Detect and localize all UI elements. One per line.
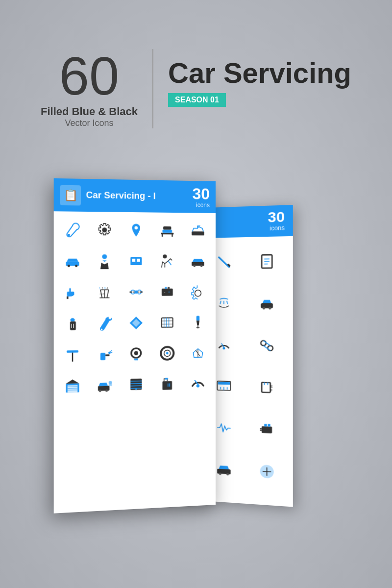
svg-point-119 <box>134 291 138 294</box>
icon-location <box>122 216 150 245</box>
svg-rect-128 <box>70 321 76 330</box>
icon-garage <box>58 371 87 401</box>
icon-diamond-shape <box>122 309 150 338</box>
svg-text:-: - <box>164 290 166 294</box>
svg-point-95 <box>102 254 107 259</box>
subtitle-filled: Filled Blue & Black <box>41 105 138 118</box>
svg-point-84 <box>102 228 107 233</box>
icon-fuel-indicator-back: EF <box>247 368 288 408</box>
icon-car-wash-back <box>247 284 288 323</box>
svg-point-150 <box>134 351 138 355</box>
icon-tire-brush <box>122 339 150 368</box>
icon-engine-back <box>247 410 288 450</box>
svg-line-21 <box>227 301 228 304</box>
icon-spark-plug <box>184 308 212 336</box>
book-front-count: 30 icons <box>192 186 210 209</box>
svg-rect-138 <box>196 316 199 320</box>
svg-rect-161 <box>68 385 77 392</box>
svg-point-100 <box>163 254 167 258</box>
subtitle-vector: Vector Icons <box>65 118 113 128</box>
svg-point-23 <box>263 307 265 310</box>
icon-mechanic-working <box>153 247 181 275</box>
svg-point-83 <box>68 234 70 236</box>
icon-engine-parts <box>184 278 212 306</box>
books-container: Car Servicing - II 30 icons <box>59 181 333 534</box>
svg-point-39 <box>268 345 273 350</box>
book-front-title-wrap: Car Servicing - I <box>86 190 188 202</box>
header-section: 60 Filled Blue & Black Vector Icons Car … <box>0 49 392 128</box>
icon-tire2 <box>153 339 181 368</box>
svg-line-173 <box>130 384 142 384</box>
book-back-count: 30 icons <box>268 210 285 232</box>
svg-point-24 <box>269 307 271 310</box>
icon-spray-gun <box>90 340 119 368</box>
svg-point-104 <box>200 265 202 267</box>
svg-point-85 <box>134 226 138 230</box>
svg-line-153 <box>137 358 138 360</box>
header-right: Car Servicing SEASON 01 <box>153 49 351 107</box>
svg-rect-86 <box>161 233 173 234</box>
icon-gear-front <box>90 216 119 245</box>
book-front-number: 30 <box>192 186 210 202</box>
icon-wrench <box>58 216 87 245</box>
svg-text:2 4 R: 2 4 R <box>100 293 105 295</box>
svg-line-174 <box>130 386 142 387</box>
svg-point-38 <box>261 341 267 345</box>
svg-rect-97 <box>132 259 136 262</box>
svg-rect-87 <box>162 230 172 233</box>
book-icon: 📋 <box>60 185 81 205</box>
svg-line-162 <box>68 387 77 387</box>
icon-roller-door <box>122 370 150 399</box>
icon-squeegee <box>58 340 87 369</box>
season-badge: SEASON 01 <box>168 93 226 107</box>
icon-engine-box <box>122 247 150 275</box>
icon-spanner <box>90 309 119 338</box>
svg-text:F: F <box>270 389 272 392</box>
book-front: 📋 Car Servicing - I 30 icons <box>54 178 216 514</box>
icon-oil-bottle <box>58 309 87 338</box>
svg-point-127 <box>195 290 201 296</box>
svg-rect-132 <box>162 318 173 327</box>
svg-line-19 <box>220 301 221 304</box>
icon-mechanic <box>90 247 119 275</box>
svg-rect-177 <box>162 381 172 390</box>
svg-rect-144 <box>100 353 105 360</box>
main-title: Car Servicing <box>168 59 351 87</box>
svg-line-164 <box>68 390 77 391</box>
icon-car-small <box>58 247 87 276</box>
svg-line-109 <box>107 290 109 297</box>
icon-radiator <box>153 308 181 337</box>
icon-speedometer <box>184 368 212 397</box>
svg-rect-88 <box>163 226 171 230</box>
icon-car-wash-foam <box>90 371 119 400</box>
svg-text:3: 3 <box>104 287 106 290</box>
svg-rect-145 <box>105 354 109 356</box>
svg-rect-22 <box>261 303 273 308</box>
svg-point-36 <box>222 347 225 349</box>
svg-rect-123 <box>165 287 167 289</box>
icon-battery: -+ <box>153 278 181 306</box>
svg-text:+: + <box>168 290 171 294</box>
svg-rect-122 <box>162 289 173 296</box>
svg-rect-90 <box>172 235 172 237</box>
svg-line-172 <box>130 381 142 382</box>
svg-point-93 <box>68 265 70 267</box>
svg-rect-124 <box>168 287 170 289</box>
svg-rect-89 <box>162 235 163 237</box>
svg-point-168 <box>109 381 112 385</box>
icon-car2 <box>184 247 212 275</box>
svg-point-156 <box>166 352 169 354</box>
icon-misc-back <box>247 451 288 492</box>
book-front-header: 📋 Car Servicing - I 30 icons <box>54 178 216 213</box>
svg-marker-160 <box>66 380 79 384</box>
svg-point-103 <box>193 265 196 267</box>
book-front-title: Car Servicing - I <box>86 190 156 201</box>
svg-rect-56 <box>262 383 270 393</box>
svg-rect-52 <box>218 382 230 385</box>
svg-rect-105 <box>67 296 69 299</box>
svg-text:2: 2 <box>102 287 103 290</box>
svg-line-163 <box>68 389 77 389</box>
svg-rect-178 <box>165 378 168 380</box>
icon-windshield <box>184 338 212 367</box>
svg-text:1: 1 <box>99 287 101 290</box>
